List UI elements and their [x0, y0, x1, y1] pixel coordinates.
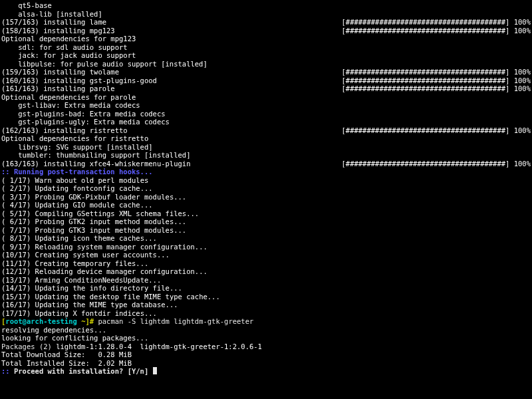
install-counter: (160/163)	[1, 76, 39, 84]
hook-counter: (14/17)	[1, 284, 31, 292]
install-label: installing mpg123	[39, 27, 115, 35]
hook-text: Updating GIO module cache...	[31, 201, 152, 209]
install-label: installing ristretto	[39, 126, 128, 134]
hook-text: Updating fontconfig cache...	[31, 184, 152, 192]
double-colon-icon: ::	[1, 367, 14, 375]
packages-line: Packages (2) lightdm-1:1.28.0-4 lightdm-…	[1, 342, 531, 351]
hook-line: (15/17) Updating the desktop file MIME t…	[1, 293, 531, 301]
hook-counter: (15/17)	[1, 293, 31, 301]
install-label: installing xfce4-whiskermenu-plugin	[39, 160, 191, 168]
progress-bar: [######################################]	[342, 84, 510, 92]
hook-text: Probing GTK3 input method modules...	[31, 226, 186, 234]
hook-text: Creating temporary files...	[31, 259, 148, 267]
hook-text: Probing GTK2 input method modules...	[31, 217, 186, 225]
optional-dep: gst-plugins-ugly: Extra media codecs	[1, 118, 531, 126]
progress-bar: [######################################]	[342, 160, 510, 168]
install-counter: (163/163)	[1, 160, 39, 168]
hook-counter: (13/17)	[1, 276, 31, 284]
hook-line: (10/17) Creating system user accounts...	[1, 251, 531, 259]
install-counter: (162/163)	[1, 126, 39, 134]
packages-label: Packages (2)	[1, 342, 52, 350]
shell-prompt-line[interactable]: [root@arch-testing ~]# pacman -S lightdm…	[1, 317, 531, 326]
hook-line: ( 3/17) Probing GDK-Pixbuf loader module…	[1, 193, 531, 201]
packages-list: lightdm-1:1.28.0-4 lightdm-gtk-greeter-1…	[52, 342, 262, 350]
hook-text: Reloading device manager configuration..…	[31, 267, 207, 275]
install-line: (157/163) installing lame[##############…	[1, 18, 531, 27]
hook-counter: ( 4/17)	[1, 201, 31, 209]
optional-dep: qt5-base	[1, 1, 531, 10]
hook-line: (16/17) Updating the MIME type database.…	[1, 301, 531, 309]
progress-percent: 100%	[509, 18, 531, 26]
progress-percent: 100%	[509, 84, 531, 92]
install-counter: (159/163)	[1, 68, 39, 76]
hook-line: (11/17) Creating temporary files...	[1, 259, 531, 268]
proceed-question: Proceed with installation? [Y/n]	[14, 367, 153, 375]
proceed-prompt[interactable]: :: Proceed with installation? [Y/n]	[1, 367, 531, 376]
cursor-icon	[153, 367, 157, 374]
hook-counter: (16/17)	[1, 301, 31, 309]
install-line: (162/163) installing ristretto[#########…	[1, 126, 531, 135]
install-label: installing gst-plugins-good	[39, 76, 157, 84]
optional-dep: librsvg: SVG support [installed]	[1, 143, 531, 152]
hook-counter: ( 9/17)	[1, 243, 31, 251]
install-counter: (157/163)	[1, 18, 39, 26]
hook-text: Creating system user accounts...	[31, 251, 170, 259]
progress-bar: [######################################]	[342, 126, 510, 134]
hook-line: (17/17) Updating X fontdir indices...	[1, 309, 531, 318]
hooks-header: :: Running post-transaction hooks...	[1, 168, 531, 176]
hook-text: Updating icon theme caches...	[31, 234, 157, 242]
hook-line: ( 5/17) Compiling GSettings XML schema f…	[1, 209, 531, 218]
total-installed-size: Total Installed Size: 2.02 MiB	[1, 359, 531, 368]
hook-counter: ( 5/17)	[1, 209, 31, 217]
prompt-user-host: root@arch-testing	[5, 317, 76, 325]
hook-text: Updating the desktop file MIME type cach…	[31, 293, 219, 301]
hook-counter: ( 8/17)	[1, 234, 31, 242]
hook-text: Reloading system manager configuration..…	[31, 243, 207, 251]
install-label: installing twolame	[39, 68, 119, 76]
optional-dep: alsa-lib [installed]	[1, 10, 531, 19]
hook-line: ( 4/17) Updating GIO module cache...	[1, 201, 531, 209]
progress-bar: [######################################]	[342, 68, 510, 76]
hook-line: (14/17) Updating the info directory file…	[1, 284, 531, 293]
prompt-command: pacman -S lightdm lightdm-gtk-greeter	[98, 317, 253, 325]
progress-bar: [######################################]	[342, 18, 510, 26]
hook-text: Warn about old perl modules	[31, 176, 148, 184]
prompt-bracket-close: ]#	[85, 317, 98, 325]
hook-counter: (10/17)	[1, 251, 31, 259]
hook-line: ( 1/17) Warn about old perl modules	[1, 176, 531, 185]
hook-line: ( 9/17) Reloading system manager configu…	[1, 243, 531, 251]
hook-counter: ( 1/17)	[1, 176, 31, 184]
hook-counter: (11/17)	[1, 259, 31, 267]
total-download-size: Total Download Size: 0.28 MiB	[1, 350, 531, 359]
install-label: installing parole	[39, 84, 115, 92]
install-label: installing lame	[39, 18, 106, 26]
hook-text: Arming ConditionNeedsUpdate...	[31, 276, 161, 284]
progress-percent: 100%	[509, 160, 531, 168]
install-counter: (161/163)	[1, 84, 39, 92]
optional-dep: jack: for jack audio support	[1, 51, 531, 60]
optional-deps-header: Optional dependencies for mpg123	[1, 35, 531, 43]
hook-counter: (12/17)	[1, 267, 31, 275]
optional-dep: gst-libav: Extra media codecs	[1, 101, 531, 110]
hook-line: (13/17) Arming ConditionNeedsUpdate...	[1, 276, 531, 285]
progress-bar: [######################################]	[342, 76, 510, 84]
hook-line: ( 8/17) Updating icon theme caches...	[1, 234, 531, 243]
double-colon-line: :: Running post-transaction hooks...	[1, 168, 153, 176]
hook-counter: ( 2/17)	[1, 184, 31, 192]
install-line: (158/163) installing mpg123[############…	[1, 27, 531, 35]
progress-percent: 100%	[509, 68, 531, 76]
resolving-deps: resolving dependencies...	[1, 326, 531, 334]
progress-percent: 100%	[509, 76, 531, 84]
install-line: (163/163) installing xfce4-whiskermenu-p…	[1, 160, 531, 168]
optional-dep: gst-plugins-bad: Extra media codecs	[1, 110, 531, 118]
terminal-output[interactable]: qt5-base alsa-lib [installed](157/163) i…	[0, 0, 532, 377]
optional-dep: libpulse: for pulse audio support [insta…	[1, 60, 531, 68]
hook-text: Updating X fontdir indices...	[31, 309, 157, 317]
optional-dep: tumbler: thumbnailing support [installed…	[1, 151, 531, 160]
hook-line: ( 2/17) Updating fontconfig cache...	[1, 184, 531, 193]
hook-text: Updating the MIME type database...	[31, 301, 178, 309]
install-line: (161/163) installing parole[############…	[1, 84, 531, 93]
hook-line: (12/17) Reloading device manager configu…	[1, 267, 531, 276]
optional-deps-header: Optional dependencies for parole	[1, 93, 531, 102]
hook-counter: (17/17)	[1, 309, 31, 317]
